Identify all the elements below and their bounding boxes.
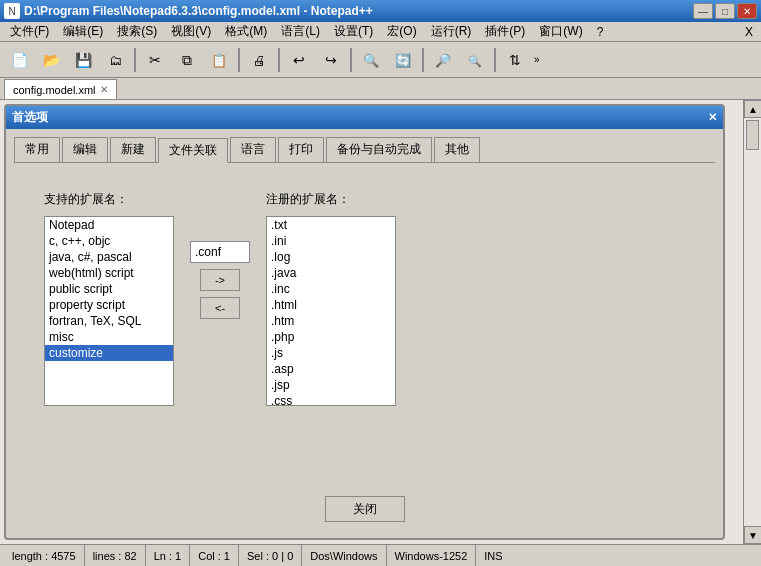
extensions-section: 支持的扩展名： Notepad c, c++, objc java, c#, p… — [14, 171, 715, 488]
status-ln: Ln : 1 — [146, 545, 191, 566]
scroll-up-button[interactable]: ▲ — [744, 100, 761, 118]
reg-item-css[interactable]: .css — [267, 393, 395, 406]
toolbar-sep5 — [422, 48, 424, 72]
list-item-property[interactable]: property script — [45, 297, 173, 313]
zoomout-icon — [468, 51, 482, 69]
menu-view[interactable]: 视图(V) — [165, 22, 217, 41]
reg-item-jsp[interactable]: .jsp — [267, 377, 395, 393]
list-item-fortran[interactable]: fortran, TeX, SQL — [45, 313, 173, 329]
menu-plugins[interactable]: 插件(P) — [479, 22, 531, 41]
list-item-public[interactable]: public script — [45, 281, 173, 297]
list-item-customize[interactable]: customize — [45, 345, 173, 361]
sort-btn[interactable] — [500, 46, 530, 74]
reg-item-html[interactable]: .html — [267, 297, 395, 313]
close-window-button[interactable]: ✕ — [737, 3, 757, 19]
tab-file-assoc[interactable]: 文件关联 — [158, 138, 228, 163]
toolbar-sep4 — [350, 48, 352, 72]
toolbar-sep3 — [278, 48, 280, 72]
status-sel: Sel : 0 | 0 — [239, 545, 302, 566]
supported-label: 支持的扩展名： — [44, 191, 174, 208]
tab-new[interactable]: 新建 — [110, 137, 156, 162]
saveall-btn[interactable] — [100, 46, 130, 74]
dialog-close-icon[interactable]: ✕ — [708, 111, 717, 124]
menu-run[interactable]: 运行(R) — [425, 22, 478, 41]
print-btn[interactable] — [244, 46, 274, 74]
tab-language[interactable]: 语言 — [230, 137, 276, 162]
reg-item-inc[interactable]: .inc — [267, 281, 395, 297]
file-tabs: config.model.xml ✕ — [0, 78, 761, 100]
menu-settings[interactable]: 设置(T) — [328, 22, 379, 41]
zoomin-btn[interactable] — [428, 46, 458, 74]
file-tab-close-icon[interactable]: ✕ — [100, 84, 108, 95]
list-item-misc[interactable]: misc — [45, 329, 173, 345]
toolbar-expand[interactable]: » — [532, 52, 542, 67]
toolbar-sep6 — [494, 48, 496, 72]
zoomout-btn[interactable] — [460, 46, 490, 74]
paste-btn[interactable] — [204, 46, 234, 74]
reg-item-htm[interactable]: .htm — [267, 313, 395, 329]
window-controls: — □ ✕ — [693, 3, 757, 19]
cut-btn[interactable] — [140, 46, 170, 74]
list-item-c[interactable]: c, c++, objc — [45, 233, 173, 249]
dialog-close-button[interactable]: 关闭 — [325, 496, 405, 522]
title-bar: N D:\Program Files\Notepad6.3.3\config.m… — [0, 0, 761, 22]
menu-macro[interactable]: 宏(O) — [381, 22, 422, 41]
editor-area[interactable]: 首选项 ✕ 常用 编辑 新建 文件关联 语言 打印 备份与自动完成 其他 — [0, 100, 743, 544]
tab-print[interactable]: 打印 — [278, 137, 324, 162]
menu-format[interactable]: 格式(M) — [219, 22, 273, 41]
reg-item-java[interactable]: .java — [267, 265, 395, 281]
scroll-thumb[interactable] — [746, 120, 759, 150]
redo-btn[interactable] — [316, 46, 346, 74]
sort-icon — [509, 51, 521, 69]
menu-close-x[interactable]: X — [741, 24, 757, 40]
toolbar: » — [0, 42, 761, 78]
replace-btn[interactable] — [388, 46, 418, 74]
menu-window[interactable]: 窗口(W) — [533, 22, 588, 41]
tab-backup[interactable]: 备份与自动完成 — [326, 137, 432, 162]
add-ext-button[interactable]: -> — [200, 269, 240, 291]
reg-item-txt[interactable]: .txt — [267, 217, 395, 233]
tab-edit[interactable]: 编辑 — [62, 137, 108, 162]
ext-input-field[interactable] — [190, 241, 250, 263]
registered-label: 注册的扩展名： — [266, 191, 396, 208]
vertical-scrollbar[interactable]: ▲ ▼ — [743, 100, 761, 544]
ext-middle-controls: -> <- — [190, 241, 250, 319]
scroll-track[interactable] — [744, 118, 761, 526]
app-icon: N — [4, 3, 20, 19]
menu-language[interactable]: 语言(L) — [275, 22, 326, 41]
find-btn[interactable] — [356, 46, 386, 74]
list-item-java[interactable]: java, c#, pascal — [45, 249, 173, 265]
remove-ext-button[interactable]: <- — [200, 297, 240, 319]
registered-ext-column: 注册的扩展名： .txt .ini .log .java .inc .html … — [266, 191, 396, 406]
reg-item-asp[interactable]: .asp — [267, 361, 395, 377]
menu-edit[interactable]: 编辑(E) — [57, 22, 109, 41]
open-btn[interactable] — [36, 46, 66, 74]
reg-item-php[interactable]: .php — [267, 329, 395, 345]
list-item-web[interactable]: web(html) script — [45, 265, 173, 281]
status-length: length : 4575 — [4, 545, 85, 566]
dialog-footer: 关闭 — [14, 488, 715, 530]
reg-item-ini[interactable]: .ini — [267, 233, 395, 249]
save-icon — [75, 51, 92, 69]
reg-item-js[interactable]: .js — [267, 345, 395, 361]
menu-file[interactable]: 文件(F) — [4, 22, 55, 41]
status-encoding: Windows-1252 — [387, 545, 477, 566]
minimize-button[interactable]: — — [693, 3, 713, 19]
status-eol: Dos\Windows — [302, 545, 386, 566]
supported-listbox[interactable]: Notepad c, c++, objc java, c#, pascal we… — [44, 216, 174, 406]
undo-btn[interactable] — [284, 46, 314, 74]
menu-help[interactable]: ? — [591, 24, 610, 40]
copy-btn[interactable] — [172, 46, 202, 74]
scroll-down-button[interactable]: ▼ — [744, 526, 761, 544]
tab-other[interactable]: 其他 — [434, 137, 480, 162]
list-item-notepad[interactable]: Notepad — [45, 217, 173, 233]
file-tab-config[interactable]: config.model.xml ✕ — [4, 79, 117, 99]
registered-listbox[interactable]: .txt .ini .log .java .inc .html .htm .ph… — [266, 216, 396, 406]
find-icon — [363, 51, 379, 69]
maximize-button[interactable]: □ — [715, 3, 735, 19]
tab-common[interactable]: 常用 — [14, 137, 60, 162]
reg-item-log[interactable]: .log — [267, 249, 395, 265]
new-btn[interactable] — [4, 46, 34, 74]
save-btn[interactable] — [68, 46, 98, 74]
menu-search[interactable]: 搜索(S) — [111, 22, 163, 41]
